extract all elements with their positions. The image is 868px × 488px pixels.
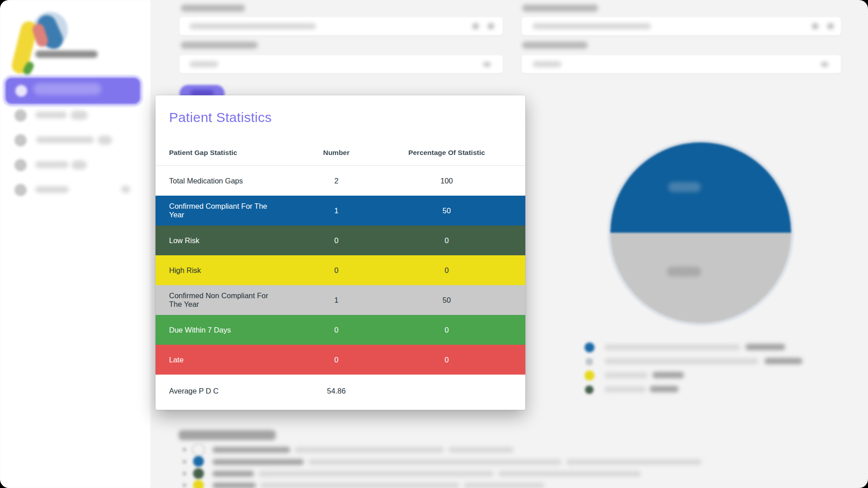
legend-text-4-blurred: [604, 386, 646, 392]
table-header-row: Patient Gap Statistic Number Percentage …: [156, 141, 525, 165]
logo-wordmark-blurred: [35, 51, 98, 58]
legend-dot-yellow: [585, 371, 594, 380]
pie-slice-label-gray-blurred: [667, 267, 701, 277]
sidebar-item-4-icon: [14, 184, 27, 196]
filter-label-1-blurred: [181, 5, 245, 12]
clear-icon[interactable]: [472, 23, 479, 29]
sidebar-item-3[interactable]: [0, 155, 151, 175]
patient-statistics-modal: Patient Statistics Patient Gap Statistic…: [156, 95, 525, 410]
filter-date-value-blurred: [533, 23, 651, 29]
sidebar-item-2[interactable]: [0, 130, 151, 150]
sidebar-item-3-badge-blurred: [71, 160, 87, 169]
chevron-down-icon[interactable]: [821, 62, 828, 66]
table-row-confirmed-non-compliant: Confirmed Non Compliant For The Year 1 5…: [156, 285, 525, 315]
filter-select-1[interactable]: [179, 55, 503, 73]
filter-select-2-placeholder-blurred: [533, 61, 561, 67]
sidebar-item-1-badge-blurred: [71, 111, 88, 120]
selected-item-icon: [15, 85, 27, 97]
table-row-high-risk: High Risk 0 0: [156, 255, 525, 285]
legend-value-1-blurred: [745, 344, 785, 350]
glossary-marker-yellow: [193, 480, 204, 488]
col-header-percentage: Percentage Of Statistic: [368, 149, 525, 157]
sidebar-item-3-icon: [14, 159, 27, 171]
filter-multiselect-1-value-blurred: [189, 23, 316, 29]
legend-text-3-blurred: [604, 372, 648, 378]
table-row-confirmed-compliant: Confirmed Compliant For The Year 1 50: [156, 196, 525, 225]
sidebar-item-2-icon: [14, 134, 27, 146]
legend-value-4-blurred: [650, 386, 679, 392]
chevron-down-icon[interactable]: [488, 23, 494, 29]
table-row-total-medication-gaps: Total Medication Gaps 2 100: [156, 166, 525, 196]
sidebar-item-4-label-blurred: [35, 186, 69, 193]
statistics-table: Total Medication Gaps 2 100 Confirmed Co…: [156, 165, 525, 407]
filter-select-2[interactable]: [522, 55, 841, 73]
filter-label-4-blurred: [522, 42, 588, 49]
app-logo: [13, 8, 99, 71]
filter-label-2-blurred: [522, 5, 598, 12]
filter-date-input[interactable]: [522, 17, 841, 35]
glossary-marker-dark-green: [193, 468, 204, 479]
table-row-due-within-7-days: Due Within 7 Days 0 0: [156, 315, 525, 345]
glossary-title-blurred: [179, 430, 276, 440]
legend-text-2-blurred: [604, 358, 758, 364]
sidebar-item-2-label-blurred: [36, 136, 94, 143]
legend-dot-gray: [585, 358, 593, 366]
pie-slice-label-blue-blurred: [668, 182, 701, 192]
sidebar-item-3-label-blurred: [35, 161, 69, 168]
calendar-icon[interactable]: [812, 23, 818, 29]
table-row-low-risk: Low Risk 0 0: [156, 225, 525, 255]
col-header-number: Number: [305, 149, 368, 157]
legend-value-2-blurred: [764, 358, 802, 364]
sidebar-item-1-icon: [14, 109, 27, 122]
chevron-down-icon[interactable]: [827, 23, 834, 29]
col-header-statistic: Patient Gap Statistic: [156, 149, 305, 157]
table-row-average-pdc: Average P D C 54.86: [156, 375, 525, 407]
table-row-late: Late 0 0: [156, 345, 525, 375]
filter-label-3-blurred: [181, 42, 258, 49]
sidebar: [0, 0, 151, 488]
chevron-right-icon[interactable]: [121, 186, 130, 193]
filter-multiselect-1[interactable]: [179, 17, 503, 35]
legend-dot-dark-green: [585, 385, 594, 394]
sidebar-item-1-label-blurred: [35, 112, 67, 118]
sidebar-item-1[interactable]: [0, 105, 151, 125]
selected-item-label-blurred: [33, 83, 101, 95]
modal-title: Patient Statistics: [169, 110, 272, 125]
legend-dot-blue: [585, 343, 594, 352]
sidebar-item-2-badge-blurred: [98, 136, 112, 145]
legend-text-1-blurred: [604, 344, 740, 350]
sidebar-item-selected[interactable]: [5, 78, 140, 104]
filter-select-1-placeholder-blurred: [189, 61, 218, 67]
sidebar-item-4[interactable]: [0, 180, 151, 200]
chevron-down-icon[interactable]: [483, 62, 491, 66]
app-window: Patient Statistics Patient Gap Statistic…: [0, 0, 868, 488]
glossary-marker-white: [193, 444, 204, 455]
legend-value-3-blurred: [652, 372, 684, 378]
compliance-pie-chart: [610, 142, 791, 323]
glossary-marker-blue: [193, 456, 204, 467]
